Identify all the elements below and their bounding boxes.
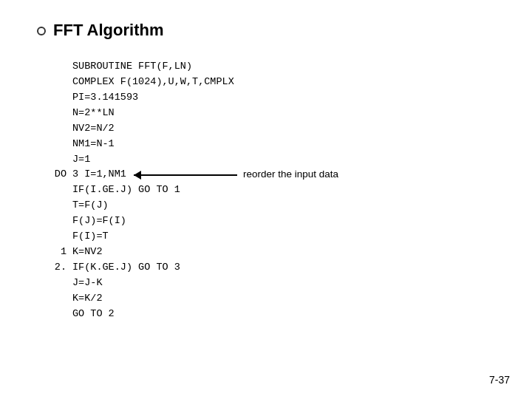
arrow-annotation: reorder the input data	[134, 167, 338, 183]
annotation-text: reorder the input data	[243, 167, 338, 183]
code-line-jjk: J=J-K	[37, 276, 510, 291]
code-line-pi: PI=3.141593	[37, 90, 510, 106]
code-text: IF(K.GE.J) GO TO 3	[72, 260, 180, 276]
page-container: FFT Algorithm SUBROUTINE FFT(F,LN) COMPL…	[0, 0, 532, 399]
code-text: SUBROUTINE FFT(F,LN)	[72, 59, 192, 75]
code-text: J=1	[72, 152, 90, 168]
page-title: FFT Algorithm	[53, 21, 164, 40]
code-text: PI=3.141593	[72, 90, 138, 106]
code-line-complex: COMPLEX F(1024),U,W,T,CMPLX	[37, 75, 510, 90]
code-text: K=NV2	[72, 245, 103, 260]
code-line-do: DO 3 I=1,NM1 reorder the input data	[37, 167, 510, 183]
label-1: 1	[37, 245, 66, 260]
code-text: GO TO 2	[72, 307, 115, 322]
code-line-nm1: NM1=N-1	[37, 137, 510, 152]
code-text: T=F(J)	[72, 198, 109, 214]
code-text: N=2**LN	[72, 106, 115, 121]
code-text: NV2=N/2	[72, 121, 115, 137]
code-block: SUBROUTINE FFT(F,LN) COMPLEX F(1024),U,W…	[37, 59, 510, 322]
label-2: 2.	[37, 260, 66, 276]
arrow-icon	[134, 174, 237, 176]
code-line-j1: J=1	[37, 152, 510, 168]
code-line-goto2: GO TO 2	[37, 307, 510, 322]
code-area: SUBROUTINE FFT(F,LN) COMPLEX F(1024),U,W…	[37, 59, 510, 322]
code-text: F(I)=T	[72, 229, 109, 245]
bullet-icon	[37, 27, 46, 35]
title-area: FFT Algorithm	[37, 21, 164, 40]
code-line-1-knv2: 1 K=NV2	[37, 245, 510, 260]
code-line-fji: F(J)=F(I)	[37, 214, 510, 229]
code-line-fit: F(I)=T	[37, 229, 510, 245]
code-text: IF(I.GE.J) GO TO 1	[72, 183, 180, 198]
code-line-nv2: NV2=N/2	[37, 121, 510, 137]
do-label: DO	[37, 167, 66, 183]
code-text: NM1=N-1	[72, 137, 115, 152]
code-line-if1: IF(I.GE.J) GO TO 1	[37, 183, 510, 198]
code-line-tfj: T=F(J)	[37, 198, 510, 214]
code-line-2-ifkgej: 2. IF(K.GE.J) GO TO 3	[37, 260, 510, 276]
code-line-kk2: K=K/2	[37, 291, 510, 307]
code-text: COMPLEX F(1024),U,W,T,CMPLX	[72, 75, 234, 90]
code-text: 3 I=1,NM1	[72, 167, 126, 183]
code-line-subroutine: SUBROUTINE FFT(F,LN)	[37, 59, 510, 75]
code-line-n: N=2**LN	[37, 106, 510, 121]
code-text: F(J)=F(I)	[72, 214, 126, 229]
code-text: K=K/2	[72, 291, 103, 307]
code-text: J=J-K	[72, 276, 103, 291]
page-number: 7-37	[489, 374, 510, 386]
